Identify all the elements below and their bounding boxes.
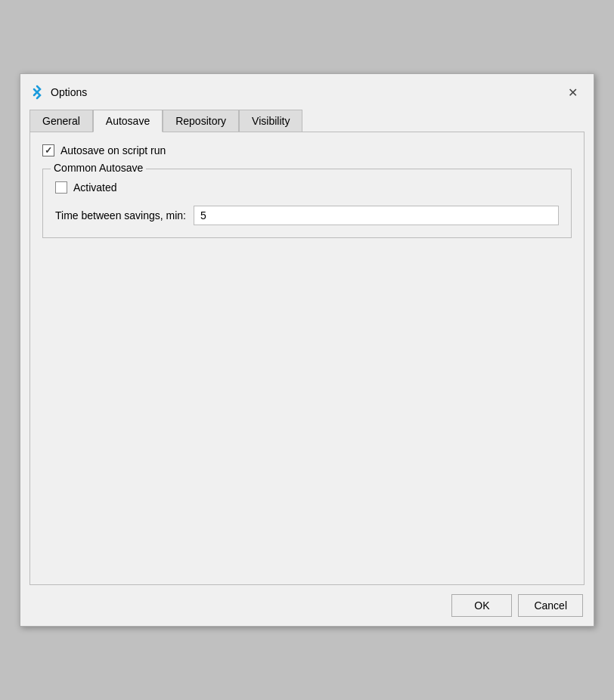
autosave-on-script-run-checkbox[interactable]: ✓ (42, 144, 54, 156)
options-dialog: Options ✕ General Autosave Repository Vi… (20, 73, 594, 627)
title-bar-left: Options (29, 85, 87, 100)
tab-autosave[interactable]: Autosave (93, 110, 163, 132)
autosave-on-script-run-label: Autosave on script run (60, 144, 166, 156)
common-autosave-legend: Common Autosave (51, 162, 146, 174)
checkmark-icon: ✓ (45, 146, 52, 155)
activated-checkbox[interactable] (55, 181, 67, 194)
activated-row: Activated (55, 181, 559, 194)
tab-bar: General Autosave Repository Visibility (20, 109, 594, 132)
app-icon (29, 85, 45, 100)
tab-repository[interactable]: Repository (163, 110, 239, 132)
time-between-row: Time between savings, min: (55, 206, 559, 225)
content-area: ✓ Autosave on script run Common Autosave… (29, 132, 585, 585)
ok-button[interactable]: OK (451, 594, 512, 617)
title-bar: Options ✕ (20, 74, 594, 109)
tab-visibility[interactable]: Visibility (239, 110, 302, 132)
time-between-input[interactable] (194, 206, 559, 225)
close-button[interactable]: ✕ (562, 82, 583, 103)
dialog-title: Options (51, 86, 87, 98)
dialog-footer: OK Cancel (20, 585, 594, 626)
common-autosave-group: Common Autosave Activated Time between s… (42, 169, 572, 238)
cancel-button[interactable]: Cancel (518, 594, 583, 617)
time-between-label: Time between savings, min: (55, 209, 186, 221)
autosave-on-script-row: ✓ Autosave on script run (42, 144, 572, 156)
tab-general[interactable]: General (29, 110, 93, 132)
activated-label: Activated (73, 181, 117, 194)
